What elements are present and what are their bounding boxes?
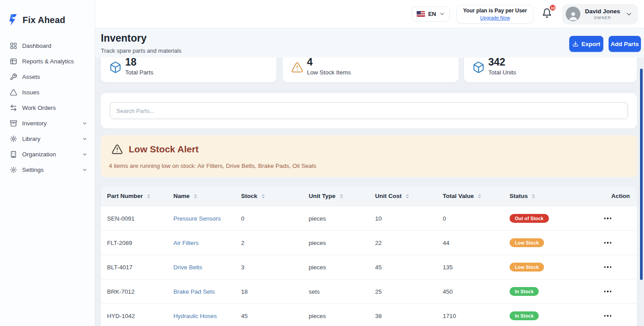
stat-label: Total Units — [488, 69, 516, 76]
row-actions-button[interactable] — [603, 239, 613, 246]
stat-label: Total Parts — [125, 69, 153, 76]
cell-total-value: 1710 — [443, 313, 510, 319]
sidebar-item-settings[interactable]: Settings — [0, 162, 95, 178]
sidebar-item-issues[interactable]: Issues — [0, 85, 95, 100]
sidebar-item-reports-analytics[interactable]: Reports & Analytics — [0, 54, 95, 69]
cell-unit-type: sets — [309, 288, 375, 295]
status-badge: Low Stock — [510, 238, 544, 247]
sidebar-item-assets[interactable]: Assets — [0, 69, 95, 85]
vertical-scrollbar-thumb[interactable] — [640, 69, 643, 280]
part-name-link[interactable]: Drive Belts — [173, 264, 241, 271]
sort-icon — [477, 194, 482, 199]
alert-title: Low Stock Alert — [129, 144, 199, 155]
cell-part-number: HYD-1042 — [107, 313, 173, 319]
export-button[interactable]: Export — [569, 36, 603, 52]
cell-total-value: 44 — [443, 240, 510, 246]
row-actions-button[interactable] — [603, 312, 613, 319]
user-menu[interactable]: David Jones OWNER — [562, 4, 638, 24]
column-header-unit-cost[interactable]: Unit Cost — [375, 193, 443, 199]
cell-part-number: BLT-4017 — [107, 264, 173, 271]
sort-icon — [405, 194, 410, 199]
sidebar-item-label: Settings — [22, 167, 44, 173]
add-parts-button[interactable]: Add Parts — [609, 36, 641, 52]
package-cube-icon — [109, 61, 122, 74]
cell-part-number: SEN-0091 — [107, 215, 173, 222]
part-name-link[interactable]: Brake Pad Sets — [173, 288, 241, 295]
part-name-link[interactable]: Hydraulic Hoses — [173, 313, 241, 319]
app-window: Fix Ahead Dashboard Reports & Analytics … — [0, 0, 644, 326]
column-header-name[interactable]: Name — [173, 193, 241, 199]
column-header-stock[interactable]: Stock — [241, 193, 309, 199]
stat-value: 342 — [488, 56, 505, 68]
notifications-button[interactable]: 10 — [542, 8, 552, 20]
row-actions-button[interactable] — [603, 288, 613, 295]
export-button-label: Export — [582, 41, 601, 47]
table-row: HYD-1042 Hydraulic Hoses 45 pieces 38 17… — [101, 303, 637, 326]
cell-stock: 0 — [241, 215, 309, 222]
inventory-box-icon — [10, 120, 17, 127]
sidebar-item-organization[interactable]: Organization — [0, 147, 95, 162]
chevron-down-icon — [82, 136, 88, 142]
avatar — [566, 7, 580, 21]
cell-stock: 2 — [241, 240, 309, 246]
column-header-status[interactable]: Status — [510, 193, 592, 199]
dashboard-grid-icon — [10, 42, 17, 50]
page-header: Inventory Track spare parts and material… — [95, 28, 644, 58]
part-name-link[interactable]: Pressure Sensors — [173, 215, 241, 222]
search-input[interactable] — [110, 102, 628, 119]
cell-unit-type: pieces — [309, 313, 375, 319]
table-row: BLT-4017 Drive Belts 3 pieces 45 135 Low… — [101, 255, 637, 279]
cell-stock: 18 — [241, 288, 309, 295]
row-actions-button[interactable] — [603, 215, 613, 222]
cell-unit-cost: 38 — [375, 313, 443, 319]
cell-part-number: BRK-7012 — [107, 288, 173, 295]
part-name-link[interactable]: Air Filters — [173, 240, 241, 246]
column-header-part-number[interactable]: Part Number — [107, 193, 173, 199]
sidebar-item-work-orders[interactable]: Work Orders — [0, 100, 95, 116]
language-selector[interactable]: EN — [412, 7, 450, 22]
reports-icon — [10, 58, 17, 65]
person-icon — [567, 10, 579, 21]
sort-icon — [339, 194, 344, 199]
wrench-icon — [10, 73, 17, 81]
cell-total-value: 135 — [443, 264, 510, 271]
page-title: Inventory — [101, 32, 147, 44]
plan-banner: Your plan is Pay per User Upgrade Now — [456, 5, 534, 23]
cell-unit-cost: 25 — [375, 288, 443, 295]
download-icon — [572, 41, 579, 47]
cell-total-value: 0 — [443, 215, 510, 222]
page-subtitle: Track spare parts and materials — [101, 47, 181, 54]
status-badge: In Stock — [510, 287, 539, 296]
cell-part-number: FLT-2089 — [107, 240, 173, 246]
status-badge: In Stock — [510, 311, 539, 320]
arrows-swap-icon — [10, 104, 17, 112]
cell-unit-cost: 22 — [375, 240, 443, 246]
cell-stock: 45 — [241, 313, 309, 319]
low-stock-alert: Low Stock Alert 4 items are running low … — [101, 135, 637, 177]
sidebar-item-label: Library — [22, 136, 40, 142]
alert-header: Low Stock Alert — [111, 144, 199, 155]
cell-unit-cost: 10 — [375, 215, 443, 222]
brand-logo: Fix Ahead — [8, 14, 65, 26]
sidebar-item-label: Organization — [22, 151, 56, 158]
stat-label: Low Stock Items — [307, 69, 351, 76]
sidebar-nav: Dashboard Reports & Analytics Assets Iss… — [0, 38, 95, 178]
plan-text: Your plan is Pay per User — [463, 8, 527, 14]
column-header-unit-type[interactable]: Unit Type — [309, 193, 375, 199]
sidebar: Fix Ahead Dashboard Reports & Analytics … — [0, 0, 95, 326]
stat-value: 18 — [125, 56, 137, 68]
sort-icon — [146, 194, 151, 199]
sidebar-item-library[interactable]: Library — [0, 131, 95, 147]
column-header-total-value[interactable]: Total Value — [443, 193, 510, 199]
sidebar-item-label: Reports & Analytics — [22, 58, 74, 65]
chevron-down-icon — [625, 11, 632, 18]
warning-triangle-icon — [111, 144, 123, 155]
sidebar-item-dashboard[interactable]: Dashboard — [0, 38, 95, 54]
package-cube-icon — [472, 61, 485, 74]
upgrade-now-link[interactable]: Upgrade Now — [480, 15, 510, 20]
row-actions-button[interactable] — [603, 264, 613, 271]
cell-unit-type: pieces — [309, 264, 375, 271]
sidebar-item-inventory[interactable]: Inventory — [0, 116, 95, 131]
chevron-down-icon — [82, 120, 88, 126]
notification-count-badge: 10 — [549, 4, 556, 12]
